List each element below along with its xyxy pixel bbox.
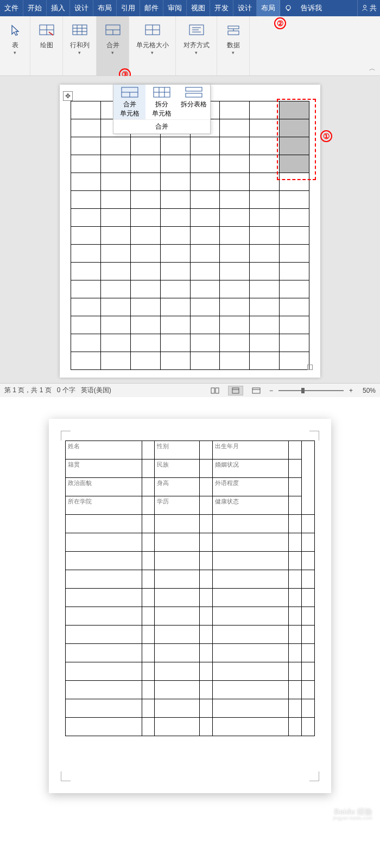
table-cell[interactable] <box>190 298 220 316</box>
table-cell[interactable] <box>250 209 280 227</box>
table-cell[interactable] <box>220 119 250 137</box>
table-cell[interactable] <box>71 227 101 245</box>
tab-design[interactable]: 设计 <box>70 0 93 16</box>
table-cell[interactable] <box>190 173 220 191</box>
table-cell[interactable] <box>190 155 220 173</box>
status-words[interactable]: 0 个字 <box>57 386 75 395</box>
table-cell[interactable] <box>71 316 101 334</box>
view-web-layout[interactable] <box>249 386 264 395</box>
table-cell[interactable] <box>190 352 220 370</box>
share-button[interactable]: 共 <box>357 0 380 16</box>
table-cell[interactable] <box>71 173 101 191</box>
table-resize-handle[interactable] <box>307 365 313 370</box>
table-cell[interactable] <box>220 316 250 334</box>
table-cell[interactable] <box>100 280 130 298</box>
table-cell[interactable] <box>100 191 130 209</box>
table-cell[interactable] <box>250 101 280 119</box>
table-cell[interactable] <box>250 316 280 334</box>
table-cell[interactable] <box>190 227 220 245</box>
table-cell[interactable] <box>250 173 280 191</box>
tab-developer[interactable]: 开发 <box>210 0 233 16</box>
table-cell[interactable] <box>71 263 101 280</box>
tab-home[interactable]: 开始 <box>23 0 47 16</box>
table-cell[interactable] <box>280 263 309 280</box>
table-cell[interactable] <box>220 101 250 119</box>
dropdown-merge-cells[interactable]: 合并 单元格 <box>113 85 145 119</box>
table-cell[interactable] <box>71 352 101 370</box>
table-cell[interactable] <box>100 316 130 334</box>
table-cell[interactable] <box>190 334 220 352</box>
table-cell[interactable] <box>160 334 190 352</box>
table-cell[interactable] <box>160 191 190 209</box>
table-cell[interactable] <box>160 352 190 370</box>
table-cell[interactable] <box>220 227 250 245</box>
table-cell[interactable] <box>100 298 130 316</box>
table-cell[interactable] <box>160 227 190 245</box>
ribbon-group-alignment[interactable]: 对齐方式 ▾ <box>176 16 217 75</box>
table-cell[interactable] <box>190 209 220 227</box>
table-cell[interactable] <box>71 137 101 155</box>
table-cell[interactable] <box>130 191 160 209</box>
table-cell[interactable] <box>130 173 160 191</box>
table-cell[interactable] <box>71 209 101 227</box>
status-page[interactable]: 第 1 页，共 1 页 <box>4 386 52 395</box>
table-cell[interactable] <box>130 245 160 263</box>
table-cell[interactable] <box>130 227 160 245</box>
table-cell[interactable] <box>100 209 130 227</box>
table-cell[interactable] <box>71 101 101 119</box>
tab-references[interactable]: 引用 <box>117 0 140 16</box>
table-cell[interactable] <box>250 245 280 263</box>
table-cell[interactable] <box>220 334 250 352</box>
table-cell[interactable] <box>250 227 280 245</box>
table-cell[interactable] <box>280 245 309 263</box>
table-cell[interactable] <box>130 334 160 352</box>
zoom-in-button[interactable]: + <box>349 387 353 394</box>
table-move-handle[interactable]: ✥ <box>63 91 73 101</box>
table-cell[interactable] <box>190 191 220 209</box>
table-cell[interactable] <box>280 209 309 227</box>
table-cell[interactable] <box>130 137 160 155</box>
table-cell[interactable] <box>160 280 190 298</box>
table-cell[interactable] <box>130 352 160 370</box>
table-cell[interactable] <box>100 173 130 191</box>
table-cell[interactable] <box>160 316 190 334</box>
table-cell[interactable] <box>220 137 250 155</box>
table-cell[interactable] <box>220 352 250 370</box>
tab-review[interactable]: 审阅 <box>163 0 187 16</box>
view-read-mode[interactable] <box>207 386 223 395</box>
table-cell[interactable] <box>130 298 160 316</box>
table-cell[interactable] <box>71 119 101 137</box>
tab-mailings[interactable]: 邮件 <box>140 0 163 16</box>
table-cell[interactable] <box>250 155 280 173</box>
table-cell[interactable] <box>250 298 280 316</box>
table-cell[interactable] <box>71 191 101 209</box>
table-cell[interactable] <box>190 263 220 280</box>
collapse-ribbon-button[interactable]: ︿ <box>369 64 376 73</box>
tab-layout[interactable]: 布局 <box>93 0 117 16</box>
table-cell[interactable] <box>130 280 160 298</box>
table-cell[interactable] <box>280 280 309 298</box>
table-cell[interactable] <box>71 155 101 173</box>
table-cell[interactable] <box>250 334 280 352</box>
tab-table-layout[interactable]: 布局 <box>257 0 280 16</box>
table-cell[interactable] <box>160 298 190 316</box>
table-cell[interactable] <box>220 191 250 209</box>
view-print-layout[interactable] <box>228 386 243 395</box>
table-cell[interactable] <box>130 155 160 173</box>
table-cell[interactable] <box>160 245 190 263</box>
table-cell[interactable] <box>220 263 250 280</box>
table-cell[interactable] <box>71 280 101 298</box>
lightbulb-icon[interactable] <box>280 0 296 16</box>
document-table[interactable] <box>71 101 309 370</box>
table-cell[interactable] <box>250 191 280 209</box>
ribbon-group-data[interactable]: 数据 ▾ <box>217 16 250 75</box>
table-cell[interactable] <box>250 119 280 137</box>
table-cell[interactable] <box>220 298 250 316</box>
table-cell[interactable] <box>160 209 190 227</box>
table-cell[interactable] <box>100 263 130 280</box>
table-cell[interactable] <box>100 245 130 263</box>
table-cell[interactable] <box>280 191 309 209</box>
table-cell[interactable] <box>220 173 250 191</box>
table-cell[interactable] <box>190 245 220 263</box>
table-cell[interactable] <box>250 352 280 370</box>
